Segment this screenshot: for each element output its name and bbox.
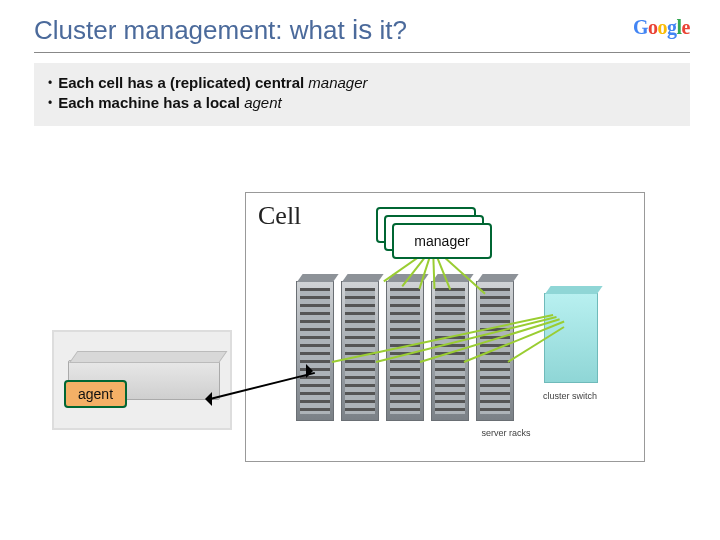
arrowhead-icon <box>198 392 212 406</box>
google-logo: G o o g l e <box>633 14 690 39</box>
cell-label: Cell <box>258 201 301 231</box>
title-divider <box>34 52 690 53</box>
bullets-box: • Each cell has a (replicated) central m… <box>34 63 690 126</box>
bullet-2-text-a: Each machine has a local <box>58 94 244 111</box>
agent-label: agent <box>64 380 127 408</box>
title-text-b: it? <box>372 15 407 45</box>
manager-card: manager <box>392 223 492 259</box>
bullet-1-emph: manager <box>308 74 367 91</box>
logo-letter-o1: o <box>648 16 658 39</box>
cluster-switch-label: cluster switch <box>540 391 600 401</box>
server-rack <box>476 281 514 421</box>
bullet-1-text-a: Each cell has a (replicated) central <box>58 74 308 91</box>
manager-label: manager <box>414 233 469 249</box>
arrowhead-icon <box>306 364 320 378</box>
bullet-1: • Each cell has a (replicated) central m… <box>48 73 676 93</box>
agent-machine-panel: agent <box>52 330 232 430</box>
cell-diagram: Cell manager cluster switch server racks <box>245 192 645 462</box>
title-text-is: is <box>352 14 372 45</box>
server-racks-label: server racks <box>476 428 536 438</box>
bullet-2-emph: agent <box>244 94 282 111</box>
logo-letter-g2: g <box>667 16 677 39</box>
logo-letter-e: e <box>682 16 690 39</box>
slide-title: Cluster management: what is it? <box>34 14 407 46</box>
bullet-2: • Each machine has a local agent <box>48 93 676 113</box>
bullet-dot-icon: • <box>48 93 52 113</box>
cluster-switch <box>544 293 598 383</box>
bullet-dot-icon: • <box>48 73 52 93</box>
server-racks-illustration: cluster switch server racks <box>286 263 626 443</box>
logo-letter-o2: o <box>658 16 668 39</box>
logo-letter-g1: G <box>633 16 648 39</box>
title-text-a: Cluster management: what <box>34 15 352 45</box>
server-rack <box>296 281 334 421</box>
slide-header: Cluster management: what is it? G o o g … <box>0 0 720 46</box>
